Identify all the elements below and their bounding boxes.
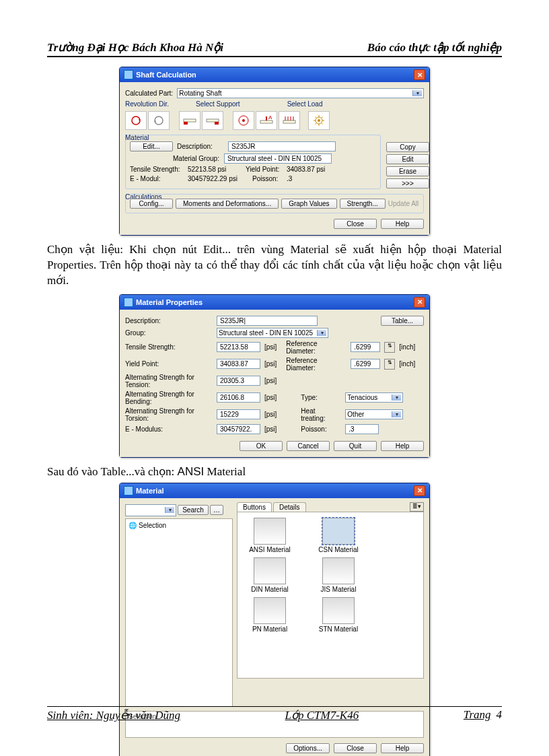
svg-text:A: A	[268, 115, 272, 121]
heat-select[interactable]: Other ▾	[345, 409, 403, 419]
material-item-stn[interactable]: STN Material	[312, 597, 365, 633]
refdia2-input[interactable]: .6299	[351, 359, 380, 369]
help-button[interactable]: Help	[381, 441, 424, 451]
type-select[interactable]: Tenacious ▾	[345, 392, 403, 403]
dialog-titlebar[interactable]: Shaft Calculation ✕	[120, 67, 429, 82]
app-icon	[124, 298, 133, 307]
load-torque-icon[interactable]	[233, 111, 254, 130]
poisson-value: .3	[287, 175, 292, 182]
svg-rect-5	[215, 122, 219, 125]
dialog-titlebar[interactable]: Material Properties ✕	[120, 295, 429, 310]
options-button[interactable]: Options...	[286, 743, 330, 753]
table-button[interactable]: Table...	[381, 316, 424, 326]
unit-psi: [psi]	[264, 411, 277, 418]
alt-torsion-label: Alternating Strength for Torsion:	[125, 407, 213, 422]
calculated-part-value: Rotating Shaft	[179, 90, 221, 97]
close-icon[interactable]: ✕	[414, 485, 425, 496]
group-select[interactable]: Structural steel - DIN EN 10025 ▾	[217, 328, 328, 338]
quit-button[interactable]: Quit	[334, 441, 377, 451]
unit-psi: [psi]	[264, 360, 277, 368]
strength-button[interactable]: Strength...	[340, 199, 386, 209]
unit-psi: [psi]	[264, 377, 277, 384]
description-input[interactable]: S235JR|	[217, 316, 318, 326]
folder-select[interactable]: ▾	[125, 504, 176, 516]
search-button[interactable]: Search	[178, 505, 209, 515]
material-label: DIN Material	[251, 586, 289, 593]
cancel-button[interactable]: Cancel	[287, 441, 330, 451]
gear-icon[interactable]	[308, 111, 330, 130]
description-label: Description:	[177, 143, 224, 150]
revolution-cw-icon[interactable]	[125, 111, 147, 130]
page-footer: Sinh viên: Nguyễn văn Dũng Lớp CTM7-K46 …	[47, 706, 502, 722]
alt-tension-input[interactable]: 20305.3	[217, 376, 260, 386]
emodulus-input[interactable]: 30457922.	[217, 424, 260, 434]
heat-label: Heat treating:	[301, 407, 341, 422]
material-icon	[322, 557, 355, 584]
help-button[interactable]: Help	[381, 219, 424, 229]
tensile-input[interactable]: 52213.58	[217, 342, 260, 352]
close-icon[interactable]: ✕	[414, 69, 425, 80]
load-force-icon[interactable]: A	[256, 111, 277, 130]
globe-icon: 🌐	[129, 522, 137, 529]
material-properties-dialog: Material Properties ✕ Description: S235J…	[119, 294, 430, 458]
material-item-pn[interactable]: PN Material	[243, 597, 297, 633]
dialog-title: Material	[136, 487, 164, 495]
tab-buttons[interactable]: Buttons	[237, 502, 272, 512]
alt-bend-label: Alternating Strength for Bending:	[125, 390, 213, 405]
poisson-input[interactable]: .3	[345, 424, 379, 434]
footer-class: Lớp CTM7-K46	[285, 708, 359, 722]
header-right: Báo cáo thực tập tốt nghiệp	[367, 40, 502, 55]
tree-pane[interactable]: 🌐 Selection	[125, 518, 233, 707]
erase-button[interactable]: Erase	[386, 166, 429, 176]
svg-point-12	[318, 119, 320, 122]
copy-button[interactable]: Copy	[386, 142, 429, 152]
material-item-jis[interactable]: JIS Material	[312, 557, 365, 593]
config-button[interactable]: Config...	[130, 199, 173, 209]
paragraph-2: Sau đó vào Table...và chọn: ANSI Materia…	[47, 465, 502, 480]
material-group-field: Structural steel - DIN EN 10025	[224, 153, 332, 164]
unit-inch: [inch]	[399, 360, 415, 368]
list-view-icon[interactable]: ≣▾	[410, 502, 424, 512]
yield-input[interactable]: 34083.87	[217, 359, 260, 369]
support-left-icon[interactable]	[179, 111, 200, 130]
material-item-din[interactable]: DIN Material	[243, 557, 297, 593]
graph-values-button[interactable]: Graph Values	[281, 199, 336, 209]
close-icon[interactable]: ✕	[414, 297, 425, 308]
material-group-label: Material Group:	[173, 155, 220, 162]
help-button[interactable]: Help	[381, 743, 424, 753]
material-item-ansi[interactable]: ANSI Material	[243, 518, 297, 553]
material-icon	[322, 518, 355, 545]
app-icon	[124, 486, 133, 495]
tab-details[interactable]: Details	[273, 502, 306, 512]
load-distributed-icon[interactable]	[279, 111, 300, 130]
dimension-icon[interactable]: ⇅	[384, 342, 395, 353]
dimension-icon[interactable]: ⇅	[384, 359, 395, 370]
edit-side-button[interactable]: Edit	[386, 154, 429, 164]
emodul-value: 30457922.29 psi	[188, 175, 248, 182]
ok-button[interactable]: OK	[240, 441, 283, 451]
material-icon	[254, 597, 286, 624]
refdia-input[interactable]: .6299	[351, 342, 380, 352]
yield-label: Yield Point:	[246, 166, 283, 173]
refdia-label: Reference Diameter:	[286, 340, 346, 355]
material-icon	[254, 518, 286, 545]
close-button[interactable]: Close	[334, 743, 377, 753]
edit-button[interactable]: Edit...	[130, 141, 173, 151]
material-icon	[322, 597, 355, 624]
revolution-ccw-icon[interactable]	[148, 111, 170, 130]
support-right-icon[interactable]	[202, 111, 223, 130]
material-item-csn[interactable]: CSN Material	[312, 518, 365, 553]
alt-bend-input[interactable]: 26106.8	[217, 392, 260, 403]
moments-button[interactable]: Moments and Deformations...	[176, 199, 279, 209]
chevron-down-icon: ▾	[392, 411, 401, 417]
close-button[interactable]: Close	[334, 219, 377, 229]
more-button[interactable]: >>>	[386, 178, 429, 188]
search-options-button[interactable]: …	[210, 505, 223, 515]
calculated-part-select[interactable]: Rotating Shaft ▾	[177, 88, 424, 98]
dialog-titlebar[interactable]: Material ✕	[120, 483, 429, 498]
material-label: CSN Material	[318, 546, 358, 553]
svg-rect-2	[184, 119, 196, 122]
unit-psi: [psi]	[264, 425, 277, 433]
paragraph-1: Chọn vật liệu: Khi chọn nút Edit... trên…	[47, 242, 502, 289]
alt-torsion-input[interactable]: 15229	[217, 409, 260, 419]
